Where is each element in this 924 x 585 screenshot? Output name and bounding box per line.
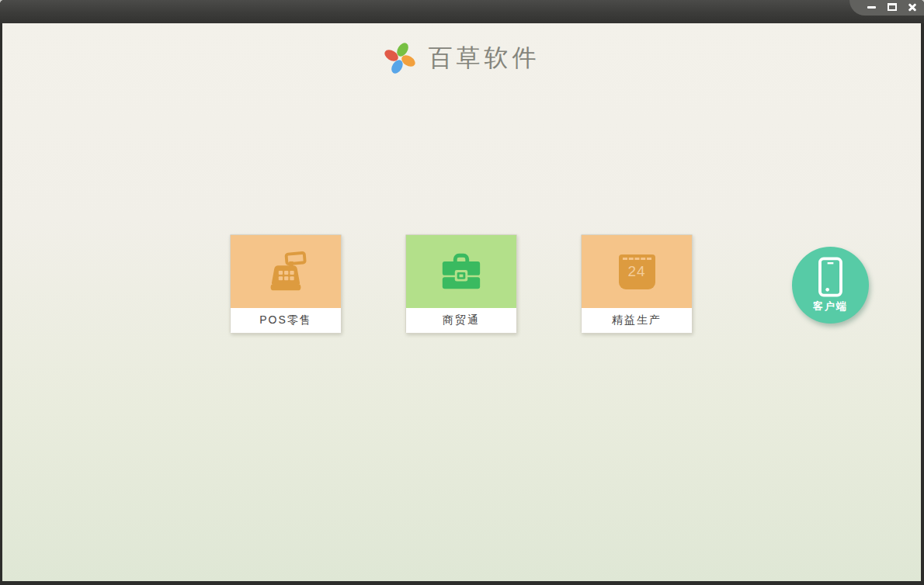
calendar-binding — [623, 258, 651, 260]
trade-label: 商贸通 — [406, 308, 516, 333]
calendar-icon: 24 — [619, 254, 655, 289]
maximize-icon — [888, 3, 897, 11]
maximize-button[interactable] — [887, 2, 897, 12]
product-card-lean[interactable]: 24 精益生产 — [581, 234, 693, 334]
close-button[interactable] — [907, 2, 917, 12]
close-icon — [908, 2, 917, 12]
lean-tile: 24 — [582, 235, 692, 308]
briefcase-icon — [439, 253, 484, 291]
cash-register-icon — [261, 251, 311, 292]
lean-label: 精益生产 — [582, 308, 692, 333]
product-card-pos[interactable]: POS零售 — [230, 234, 342, 334]
pos-tile — [231, 235, 341, 308]
main-content: 百草软件 POS零售 — [2, 23, 921, 581]
window-controls — [849, 0, 924, 16]
client-button[interactable]: 客户端 — [792, 247, 869, 324]
titlebar[interactable] — [0, 0, 924, 23]
smartphone-icon — [818, 257, 843, 297]
pinwheel-icon — [384, 42, 416, 74]
app-name: 百草软件 — [429, 42, 540, 74]
product-card-trade[interactable]: 商贸通 — [405, 234, 517, 334]
client-label: 客户端 — [813, 299, 848, 313]
minimize-button[interactable] — [867, 2, 877, 12]
app-window: 百草软件 POS零售 — [0, 0, 924, 585]
minimize-icon — [867, 6, 876, 9]
pos-label: POS零售 — [231, 308, 341, 333]
calendar-day: 24 — [619, 263, 655, 280]
trade-tile — [406, 235, 516, 308]
app-logo: 百草软件 — [2, 42, 921, 74]
